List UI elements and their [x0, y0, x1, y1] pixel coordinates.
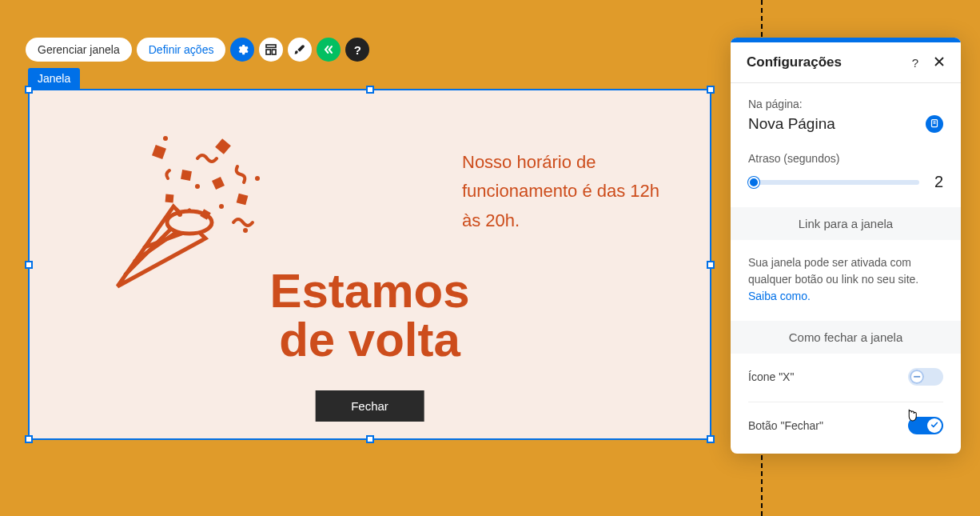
svg-rect-5 [215, 138, 231, 154]
manage-window-button[interactable]: Gerenciar janela [26, 38, 132, 62]
panel-header: Configurações ? [731, 42, 961, 82]
svg-rect-6 [181, 170, 192, 181]
svg-rect-1 [266, 50, 270, 54]
on-page-section: Na página: Nova Página [731, 83, 961, 149]
selection-element-tag[interactable]: Janela [28, 68, 80, 89]
resize-handle-bottom[interactable] [366, 435, 374, 443]
close-section-heading: Como fechar a janela [731, 321, 961, 354]
svg-point-11 [163, 136, 168, 141]
svg-rect-8 [165, 194, 174, 203]
svg-point-13 [219, 204, 224, 209]
link-section-heading: Link para a janela [731, 207, 961, 240]
svg-point-14 [243, 228, 248, 233]
layout-button[interactable] [259, 38, 283, 62]
brush-icon [293, 43, 306, 56]
delay-section: Atraso (segundos) 2 [731, 149, 961, 207]
gear-icon [236, 43, 249, 56]
question-icon: ? [912, 56, 918, 70]
page-link-icon-button[interactable] [926, 115, 943, 133]
resize-handle-top-left[interactable] [25, 86, 33, 94]
link-description: Sua janela pode ser ativada com qualquer… [748, 254, 943, 305]
on-page-label: Na página: [748, 98, 943, 110]
resize-handle-bottom-left[interactable] [25, 435, 33, 443]
layout-icon [265, 43, 277, 56]
close-button-toggle-row: Botão "Fechar" [731, 402, 961, 454]
panel-close-button[interactable] [934, 57, 945, 68]
close-icon [934, 55, 944, 70]
toggle-knob: − [910, 370, 924, 384]
settings-panel: Configurações ? Na página: Nova Página A… [731, 38, 961, 454]
cursor-pointer-icon [905, 407, 919, 428]
svg-rect-2 [273, 50, 277, 54]
popup-headline-line1: Estamos [269, 264, 469, 318]
question-icon: ? [354, 43, 361, 57]
delay-label: Atraso (segundos) [748, 152, 943, 165]
resize-handle-bottom-right[interactable] [707, 435, 715, 443]
resize-handle-top-right[interactable] [707, 86, 715, 94]
panel-help-button[interactable]: ? [910, 57, 921, 68]
svg-rect-10 [237, 194, 249, 206]
popup-hours-text: Nosso horário de funcionamento é das 12h… [462, 148, 670, 235]
popup-headline-line2: de volta [279, 313, 460, 366]
svg-rect-7 [212, 177, 225, 190]
popup-close-button[interactable]: Fechar [315, 390, 424, 422]
define-actions-button[interactable]: Definir ações [137, 38, 226, 62]
link-description-text: Sua janela pode ser ativada com qualquer… [748, 256, 918, 286]
svg-point-16 [177, 212, 182, 217]
resize-handle-top[interactable] [366, 86, 374, 94]
page-name-value[interactable]: Nova Página [748, 115, 835, 133]
page-icon [930, 117, 939, 131]
check-icon [930, 421, 938, 430]
svg-rect-4 [152, 145, 166, 159]
learn-how-link[interactable]: Saiba como. [748, 290, 811, 302]
design-brush-button[interactable] [288, 38, 312, 62]
x-icon-toggle[interactable]: − [908, 368, 943, 386]
animation-button[interactable] [317, 38, 341, 62]
settings-gear-button[interactable] [230, 38, 254, 62]
toggle-knob [927, 418, 942, 433]
svg-point-15 [255, 176, 260, 181]
x-icon-toggle-row: Ícone "X" − [731, 354, 961, 402]
help-button[interactable]: ? [345, 38, 369, 62]
link-section: Sua janela pode ser ativada com qualquer… [731, 240, 961, 321]
popup-canvas-frame[interactable]: Nosso horário de funcionamento é das 12h… [28, 89, 711, 440]
delay-slider-thumb[interactable] [748, 177, 759, 188]
svg-point-12 [195, 184, 200, 189]
animation-chevrons-icon [322, 43, 335, 56]
delay-slider[interactable] [748, 180, 919, 185]
editor-toolbar: Gerenciar janela Definir ações ? [26, 38, 369, 62]
popup-headline: Estamos de volta [30, 266, 710, 364]
learn-how-link-text: Saiba como [748, 290, 807, 302]
delay-value: 2 [930, 173, 943, 191]
close-button-toggle-label: Botão "Fechar" [748, 419, 823, 432]
x-icon-toggle-label: Ícone "X" [748, 370, 794, 383]
minus-icon: − [913, 370, 920, 384]
panel-title: Configurações [747, 54, 910, 70]
svg-rect-0 [266, 45, 276, 47]
